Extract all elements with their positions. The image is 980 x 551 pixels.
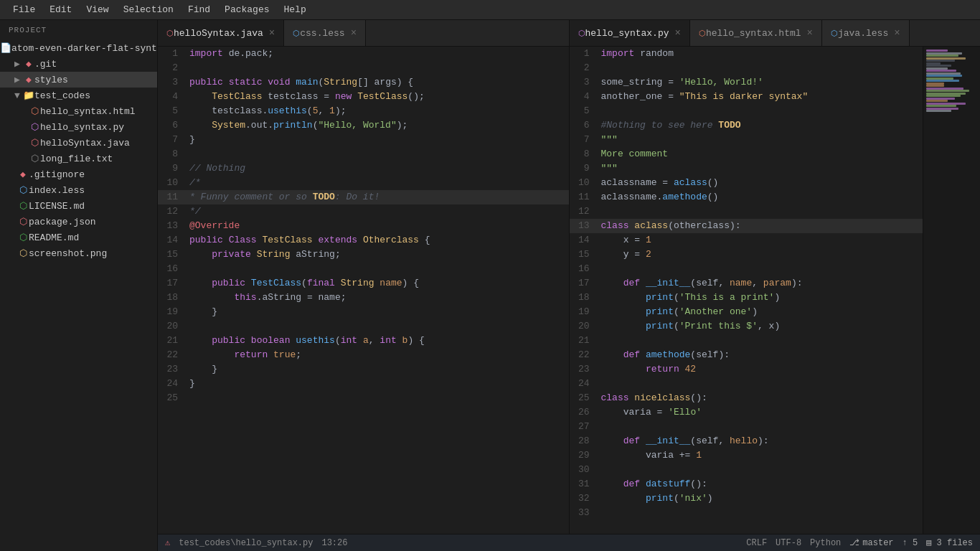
table-row: 23 return 42 <box>570 362 923 377</box>
close-css-less-tab[interactable]: × <box>351 27 357 39</box>
sidebar-label-screenshot: screenshot.png <box>29 248 107 259</box>
table-row: 10aclassname = aclass() <box>570 176 923 190</box>
table-row: 5 <box>570 104 923 118</box>
left-code-table: 1import de.pack; 2 3public static void m… <box>158 47 569 405</box>
java-file-icon: ⬡ <box>29 137 40 149</box>
menu-file[interactable]: File <box>6 1 42 18</box>
editors-split: ⬡ helloSyntax.java × ⬡ css.less × 1impor… <box>158 20 980 534</box>
sidebar-item-test-codes[interactable]: ▼ 📁 test_codes <box>0 88 157 103</box>
status-line-ending[interactable]: CRLF <box>746 538 767 548</box>
git-icon: ⎇ <box>849 537 859 548</box>
status-language[interactable]: Python <box>810 538 841 548</box>
menu-packages[interactable]: Packages <box>217 1 276 18</box>
sidebar-label-long-txt: long_file.txt <box>40 154 113 164</box>
close-html-tab[interactable]: × <box>807 27 813 39</box>
sidebar: Project 📄 atom-even-darker-flat-syntax ▶… <box>0 20 158 551</box>
table-row: 16 <box>570 262 923 276</box>
tab-hello-syntax-java[interactable]: ⬡ helloSyntax.java × <box>158 20 284 46</box>
menu-edit[interactable]: Edit <box>42 1 79 18</box>
table-row: 3some_string = 'Hello, World!' <box>570 75 923 90</box>
table-row: 19 } <box>158 305 569 319</box>
table-row: 25 <box>158 391 569 405</box>
menu-find[interactable]: Find <box>181 1 217 18</box>
left-editor-pane: ⬡ helloSyntax.java × ⬡ css.less × 1impor… <box>158 20 570 534</box>
minimap[interactable] <box>923 47 980 534</box>
md-file-icon-license: ⬡ <box>17 200 29 212</box>
table-row: 14public Class TestClass extends Othercl… <box>158 233 569 248</box>
table-row: 24 <box>570 377 923 391</box>
menu-selection[interactable]: Selection <box>116 1 181 18</box>
table-row: 17 def __init__(self, name, param): <box>570 276 923 291</box>
sidebar-item-gitignore[interactable]: ◆ .gitignore <box>0 166 157 182</box>
sidebar-label-test-codes: test_codes <box>34 90 90 101</box>
md-file-icon-readme: ⬡ <box>17 232 29 243</box>
less-file-icon: ⬡ <box>17 184 29 196</box>
py-tab-icon: ⬡ <box>578 29 585 38</box>
statusbar-left: ⚠ test_codes\hello_syntax.py 13:26 <box>165 537 347 548</box>
sidebar-label-styles: styles <box>34 75 68 85</box>
table-row: 6 System.out.println("Hello, World"); <box>158 118 569 133</box>
sidebar-item-hello-html[interactable]: ⬡ hello_syntax.html <box>0 103 157 119</box>
table-row: 3public static void main(String[] args) … <box>158 75 569 90</box>
status-git: ⎇ master <box>849 537 893 548</box>
json-file-icon: ⬡ <box>17 216 29 227</box>
close-java-tab[interactable]: × <box>269 27 275 39</box>
sidebar-item-hello-java[interactable]: ⬡ helloSyntax.java <box>0 135 157 151</box>
sidebar-item-readme[interactable]: ⬡ README.md <box>0 230 157 245</box>
tab-css-less[interactable]: ⬡ css.less × <box>284 20 366 46</box>
java-tab-icon: ⬡ <box>166 29 174 38</box>
close-py-tab[interactable]: × <box>675 27 681 39</box>
table-row: 9""" <box>570 161 923 176</box>
close-java-less-tab[interactable]: × <box>894 27 900 39</box>
table-row: 9// Nothing <box>158 161 569 176</box>
table-row: 30 <box>570 463 923 477</box>
sidebar-title: Project <box>0 20 157 40</box>
sidebar-item-root[interactable]: 📄 atom-even-darker-flat-syntax <box>0 40 157 56</box>
main-container: Project 📄 atom-even-darker-flat-syntax ▶… <box>0 20 980 551</box>
py-file-icon: ⬡ <box>29 121 40 133</box>
right-code-area[interactable]: 1import random 2 3some_string = 'Hello, … <box>570 47 923 534</box>
status-error-icon: ⚠ <box>165 537 170 548</box>
tab-java-less[interactable]: ⬡ java.less × <box>822 20 910 46</box>
table-row: 24} <box>158 377 569 391</box>
menu-view[interactable]: View <box>79 1 116 18</box>
table-row: 29 varia += 1 <box>570 448 923 463</box>
table-row: 26 varia = 'Ello' <box>570 405 923 420</box>
txt-file-icon: ⬡ <box>29 153 40 164</box>
status-position: 13:26 <box>321 538 347 548</box>
html-file-icon: ⬡ <box>29 105 40 117</box>
right-code-table: 1import random 2 3some_string = 'Hello, … <box>570 47 923 520</box>
status-encoding[interactable]: UTF-8 <box>776 538 801 548</box>
table-row: 2 <box>570 61 923 75</box>
chevron-right-icon-styles: ▶ <box>11 74 23 85</box>
sidebar-label-license: LICENSE.md <box>29 201 85 212</box>
sidebar-item-long-txt[interactable]: ⬡ long_file.txt <box>0 151 157 166</box>
table-row: 18 print('This is a print') <box>570 291 923 305</box>
sidebar-item-hello-py[interactable]: ⬡ hello_syntax.py <box>0 119 157 135</box>
sidebar-item-git[interactable]: ▶ ◆ .git <box>0 56 157 72</box>
table-row: 8 <box>158 147 569 161</box>
tab-hello-syntax-html[interactable]: ⬡ hello_syntax.html × <box>690 20 822 46</box>
sidebar-item-license[interactable]: ⬡ LICENSE.md <box>0 198 157 214</box>
menu-help[interactable]: Help <box>277 1 314 18</box>
git-branch[interactable]: master <box>862 538 893 548</box>
sidebar-item-package-json[interactable]: ⬡ package.json <box>0 214 157 230</box>
sidebar-item-index-less[interactable]: ⬡ index.less <box>0 182 157 198</box>
table-row: 22 def amethode(self): <box>570 348 923 362</box>
table-row: 13class aclass(otherclass): <box>570 219 923 233</box>
tab-label-py: hello_syntax.py <box>585 28 669 39</box>
left-pane-tabs: ⬡ helloSyntax.java × ⬡ css.less × <box>158 20 569 47</box>
table-row: 18 this.aString = name; <box>158 291 569 305</box>
html-tab-icon: ⬡ <box>699 29 706 38</box>
sidebar-label-hello-java: helloSyntax.java <box>40 138 130 149</box>
left-code-area[interactable]: 1import de.pack; 2 3public static void m… <box>158 47 569 534</box>
sidebar-item-screenshot[interactable]: ⬡ screenshot.png <box>0 245 157 261</box>
tab-hello-syntax-py[interactable]: ⬡ hello_syntax.py × <box>570 20 690 46</box>
table-row: 8More comment <box>570 147 923 161</box>
sidebar-item-styles[interactable]: ▶ ◆ styles <box>0 72 157 88</box>
sidebar-label-index-less: index.less <box>29 185 85 196</box>
table-row: 12 <box>570 204 923 219</box>
statusbar-right: CRLF UTF-8 Python ⎇ master ↑ 5 ▤ 3 files <box>746 537 973 548</box>
statusbar: ⚠ test_codes\hello_syntax.py 13:26 CRLF … <box>158 534 980 551</box>
table-row: 27 <box>570 420 923 434</box>
